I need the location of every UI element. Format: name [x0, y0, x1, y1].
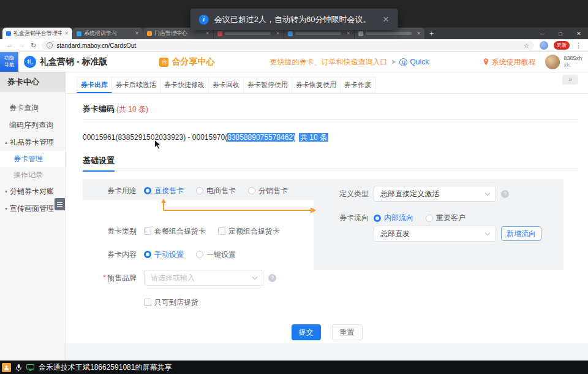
checkbox-fixed-amount-card[interactable]: 定额组合提货卡 — [218, 226, 280, 237]
tab-close-icon[interactable]: ✕ — [417, 31, 421, 36]
reload-button[interactable]: ↻ — [31, 42, 36, 50]
sidebar-group-gift-card-mgmt[interactable]: ▴ 礼品券卡管理 — [0, 134, 65, 151]
tab-card-void[interactable]: 券卡作废 — [341, 77, 375, 93]
close-icon[interactable]: ✕ — [382, 15, 389, 24]
form-row-content: 券卡内容 手动设置 一键设置 — [90, 248, 248, 261]
sidebar-group-distribution-reconcile[interactable]: ▾ 分销券卡对账 — [0, 183, 65, 200]
sidebar-item-operation-log[interactable]: 操作记录 — [0, 167, 65, 183]
favicon-icon — [147, 31, 152, 36]
pin-icon — [483, 58, 489, 66]
form-row-store-only: 只可到店提货 — [90, 296, 211, 308]
minimize-button[interactable]: ─ — [533, 28, 551, 39]
brand-select[interactable]: 请选择或输入 — [144, 270, 263, 286]
bookmark-star-icon[interactable]: ☆ — [524, 42, 529, 49]
screen: i 会议已超过2人，自动转为60分钟限时会议。 ✕ 礼盒营销平台管理中心 ✕ 系… — [0, 0, 588, 374]
quick-link[interactable]: Q Quick — [399, 58, 429, 66]
quick-q-icon: Q — [399, 58, 407, 66]
panel-collapse-button[interactable]: » — [562, 75, 578, 85]
mouse-cursor — [154, 139, 162, 150]
tab-card-resume[interactable]: 券卡恢复使用 — [292, 77, 341, 93]
chevron-down-icon — [485, 230, 490, 235]
radio-one-click-setup[interactable]: 一键设置 — [196, 250, 236, 260]
favicon-icon — [358, 31, 363, 36]
tab-card-outbound[interactable]: 券卡出库 — [77, 77, 112, 93]
forward-button[interactable]: → — [18, 42, 25, 49]
new-tab-button[interactable]: + — [429, 29, 434, 38]
sidebar-item-card-management[interactable]: 券卡管理 — [0, 151, 65, 167]
radio-important-customer[interactable]: 重要客户 — [426, 213, 466, 223]
browser-profile-avatar[interactable] — [540, 41, 548, 50]
radio-ecommerce-sale[interactable]: 电商售卡 — [196, 186, 236, 196]
divider — [83, 170, 578, 170]
user-sub: xh. — [564, 62, 582, 69]
define-type-select[interactable]: 总部直接定义激活 — [374, 186, 496, 202]
form-row-brand: *预售品牌 请选择或输入 ? — [90, 270, 276, 286]
tab-title: 门店管理中心 — [154, 29, 203, 37]
radio-direct-sale[interactable]: 直接售卡 — [144, 186, 184, 196]
tab-card-recycle[interactable]: 券卡回收 — [209, 77, 244, 93]
url-bar[interactable]: i standard.maboy.cn/CardsOut ☆ — [42, 41, 534, 50]
function-nav-button[interactable]: 功能 导航 — [0, 52, 18, 72]
radio-distribution-sale[interactable]: 分销售卡 — [248, 186, 288, 196]
submit-button[interactable]: 提交 — [292, 324, 321, 340]
code-count-badge: 共 10 条 — [299, 133, 328, 142]
caret-up-icon: ▴ — [5, 140, 7, 145]
brand-title: 礼盒营销 - 标准版 — [40, 56, 107, 67]
window-controls: ─ □ ✕ — [533, 28, 588, 39]
checkbox-combo-package-card[interactable]: 套餐组合提货卡 — [144, 226, 206, 237]
caret-down-icon: ▾ — [5, 189, 7, 194]
sidebar-collapse-handle[interactable] — [55, 198, 65, 210]
radio-manual-setup[interactable]: 手动设置 — [144, 250, 184, 260]
form-row-usage: 券卡用途 直接售卡 电商售卡 分销售卡 — [90, 185, 300, 197]
form-row-category: 券卡类别 套餐组合提货卡 定额组合提货卡 — [90, 225, 292, 237]
flow-select[interactable]: 总部直发 — [374, 226, 496, 242]
favicon-icon — [288, 31, 293, 36]
radio-internal-flow[interactable]: 内部流向 — [374, 213, 413, 223]
browser-tab-1[interactable]: 礼盒营销平台管理中心 ✕ — [2, 28, 72, 39]
share-center-link[interactable]: 合 合分享中心 — [159, 56, 214, 67]
help-icon[interactable]: ? — [501, 190, 509, 198]
tab-close-icon[interactable]: ✕ — [276, 31, 280, 36]
url-text: standard.maboy.cn/CardsOut — [56, 42, 136, 49]
add-flow-button[interactable]: 新增流向 — [501, 226, 541, 241]
screenshare-icon — [26, 364, 34, 371]
browser-tab-2[interactable]: 系统培训学习 ✕ — [73, 28, 143, 39]
content-footer — [66, 343, 588, 361]
address-bar: ← → ↻ i standard.maboy.cn/CardsOut ☆ 更新 … — [0, 39, 588, 52]
tab-close-icon[interactable]: ✕ — [135, 31, 139, 36]
annotation-arrow — [157, 198, 318, 215]
update-badge[interactable]: 更新 — [554, 41, 570, 50]
tab-card-quick-edit[interactable]: 券卡快捷修改 — [160, 77, 209, 93]
maximize-button[interactable]: □ — [551, 28, 570, 39]
favicon-icon — [217, 31, 222, 36]
user-avatar[interactable] — [545, 55, 560, 69]
tab-close-icon[interactable]: ✕ — [346, 31, 350, 36]
codes-count: (共 10 条) — [116, 105, 148, 113]
reset-button[interactable]: 重置 — [332, 324, 363, 340]
back-button[interactable]: ← — [6, 42, 13, 49]
window-close-button[interactable]: ✕ — [570, 28, 588, 39]
tab-close-icon[interactable]: ✕ — [205, 31, 209, 36]
help-icon[interactable]: ? — [268, 274, 276, 282]
sidebar-item-card-query[interactable]: 券卡查询 — [0, 99, 65, 116]
divider — [83, 119, 578, 120]
tutorial-link[interactable]: 系统使用教程 — [483, 57, 535, 67]
required-asterisk: * — [103, 273, 106, 282]
user-name: 8385xh — [564, 55, 582, 62]
tab-card-suspend[interactable]: 券卡暂停使用 — [244, 77, 292, 93]
selected-code-text: 8385889075578462) — [227, 133, 295, 142]
brand-logo-icon: 礼 — [24, 56, 36, 68]
microphone-icon — [15, 364, 22, 372]
tab-close-icon[interactable]: ✕ — [64, 31, 69, 36]
meeting-toast: i 会议已超过2人，自动转为60分钟限时会议。 ✕ — [190, 9, 398, 30]
browser-menu-icon[interactable]: ⋮ — [575, 42, 582, 50]
tab-card-later-activate[interactable]: 券卡后续激活 — [112, 77, 160, 93]
content-tabs: 券卡出库 券卡后续激活 券卡快捷修改 券卡回收 券卡暂停使用 券卡恢复使用 券卡… — [66, 77, 588, 94]
tab-title — [366, 32, 412, 35]
info-icon: i — [199, 15, 209, 25]
sidebar-item-code-sequence-query[interactable]: 编码序列查询 — [0, 116, 65, 134]
favicon-icon — [6, 31, 11, 36]
checkbox-store-pickup-only[interactable]: 只可到店提货 — [144, 297, 198, 308]
pointer-icon — [391, 59, 397, 65]
quick-entry-link[interactable]: 更快捷的券卡、订单和快递查询入口 — [270, 57, 387, 67]
